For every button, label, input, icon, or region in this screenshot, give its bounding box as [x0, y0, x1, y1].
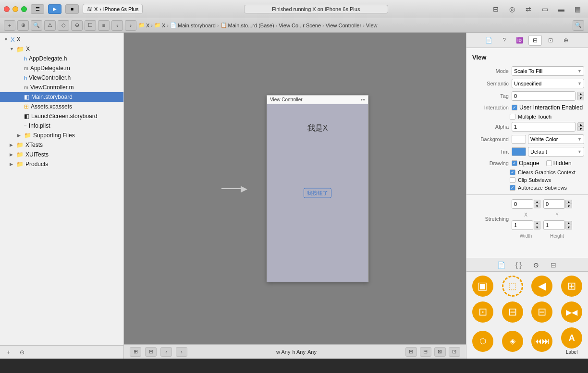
sidebar-item-launchscreen[interactable]: ◧ LaunchScreen.storyboard [0, 111, 123, 121]
clears-graphics-checkbox[interactable]: ✓ [510, 169, 515, 175]
mode-select[interactable]: Scale To Fill ▼ [512, 66, 584, 76]
obj-lib-item-collection-vc[interactable]: ⊡ [468, 300, 497, 325]
location-button[interactable]: ◎ [505, 4, 519, 14]
semantic-select[interactable]: Unspecified ▼ [512, 79, 584, 88]
add-button[interactable]: ⊕ [17, 20, 29, 31]
hidden-checkbox[interactable] [546, 160, 552, 166]
canvas-zoom-out-button[interactable]: ⊞ [405, 347, 417, 357]
user-interaction-checkbox[interactable]: ✓ [512, 105, 517, 110]
canvas-layout-button[interactable]: ⊟ [145, 347, 157, 357]
tint-select[interactable]: Default ▼ [528, 147, 584, 156]
stop-button[interactable]: ■ [65, 4, 79, 14]
opaque-checkbox[interactable]: ✓ [512, 160, 517, 166]
tab-identity[interactable]: 🆔 [513, 35, 527, 46]
vc-content[interactable]: 我是X 我按钮了 [267, 104, 368, 282]
canvas-fit-button[interactable]: ⊠ [434, 347, 446, 357]
canvas-back-button[interactable]: ‹ [160, 347, 172, 357]
layout-2-button[interactable]: ▬ [554, 4, 568, 14]
tag-increment[interactable]: ▲ [577, 92, 584, 96]
sidebar-item-appdelegate-h[interactable]: h AppDelegate.h [0, 54, 123, 63]
obj-lib-tab-object[interactable]: ⊙ [530, 260, 542, 270]
obj-lib-item-nav-controller[interactable]: ◀ [528, 274, 557, 299]
stretch-x-stepper[interactable]: ▲ ▼ [534, 200, 540, 208]
obj-lib-tab-code[interactable]: { } [513, 260, 525, 270]
run-button[interactable]: ▶ [48, 4, 61, 14]
vc-button[interactable]: 我按钮了 [304, 188, 331, 198]
search-button[interactable]: 🔍 [31, 20, 42, 31]
obj-lib-item-split-vc[interactable]: ⊟ [528, 300, 557, 325]
obj-lib-item-table-vc[interactable]: ⊞ [557, 274, 586, 299]
close-button[interactable] [4, 6, 10, 12]
obj-lib-item-tabbar-vc[interactable]: ⊟ [498, 300, 527, 325]
stretch-x-field[interactable]: 0 [512, 199, 533, 209]
stretch-y-field[interactable]: 0 [543, 199, 565, 209]
breadcrumb-item[interactable]: 📁 X [154, 22, 165, 28]
background-swatch[interactable] [512, 135, 526, 144]
tab-quick-help[interactable]: ? [498, 35, 511, 46]
autoresize-subviews-checkbox[interactable]: ✓ [510, 185, 515, 191]
alpha-increment[interactable]: ▲ [577, 122, 584, 127]
tab-file[interactable]: 📄 [482, 35, 496, 46]
tree-toggle[interactable]: ▶ [17, 133, 22, 138]
obj-lib-tab-media[interactable]: ⊟ [548, 260, 559, 270]
breadcrumb-item[interactable]: 📄 Main.storyboard [170, 22, 216, 28]
forward-button[interactable]: › [125, 20, 136, 31]
test-button[interactable]: ◇ [58, 20, 69, 31]
breadcrumb-item[interactable]: View [366, 23, 378, 28]
tint-swatch[interactable] [512, 147, 526, 156]
obj-lib-item-media-player[interactable]: ▶◀ [557, 300, 586, 325]
new-file-button[interactable]: + [4, 20, 15, 31]
sidebar-item-assets[interactable]: ⊞ Assets.xcassets [0, 102, 123, 111]
alpha-field[interactable]: 1 [512, 122, 576, 132]
breadcrumb-item[interactable]: View Co...r Scene [279, 23, 321, 28]
sidebar-item-main-storyboard[interactable]: ◧ Main.storyboard [0, 92, 123, 102]
obj-lib-item-label[interactable]: A Label [557, 325, 586, 357]
obj-lib-tab-file[interactable]: 📄 [496, 260, 507, 270]
breakpoints-button[interactable]: ⊟ [489, 4, 502, 14]
canvas-forward-button[interactable]: › [176, 347, 187, 357]
obj-lib-item-storyboard-ref[interactable]: ⬚ [498, 274, 527, 299]
inspector-toggle[interactable]: 🔍 [573, 20, 584, 31]
sidebar-item-x-folder[interactable]: ▼ 📁 X [0, 44, 123, 54]
layout-1-button[interactable]: ▭ [538, 4, 551, 14]
tag-decrement[interactable]: ▼ [577, 96, 584, 100]
diff-button[interactable]: ⊖ [71, 20, 83, 31]
multiple-touch-checkbox[interactable] [510, 114, 515, 120]
sidebar-item-viewcontroller-m[interactable]: m ViewController.m [0, 83, 123, 92]
scheme-selector[interactable]: ≋ X › iPhone 6s Plus [83, 4, 143, 14]
stretch-w-field[interactable]: 1 [512, 220, 533, 230]
stretch-h-stepper[interactable]: ▲ ▼ [565, 221, 572, 229]
sidebar-item-root[interactable]: ▼ X X [0, 35, 123, 44]
tab-attributes[interactable]: ⊟ [528, 35, 542, 46]
clip-subviews-checkbox[interactable] [510, 177, 515, 183]
obj-lib-item-page-controller[interactable]: ◈ [498, 325, 527, 357]
sidebar-item-products[interactable]: ▶ 📁 Products [0, 159, 123, 169]
alpha-stepper[interactable]: ▲ ▼ [577, 122, 584, 131]
canvas-grid-button[interactable]: ⊞ [130, 347, 141, 357]
sidebar-item-supporting-files[interactable]: ▶ 📁 Supporting Files [0, 131, 123, 140]
tag-stepper[interactable]: ▲ ▼ [577, 92, 584, 100]
tab-connections[interactable]: ⊕ [559, 35, 573, 46]
stretch-h-field[interactable]: 1 [543, 220, 565, 230]
minimize-button[interactable] [12, 6, 18, 12]
issue-button[interactable]: ⚠ [44, 20, 56, 31]
tree-toggle[interactable]: ▶ [10, 162, 14, 167]
layout-3-button[interactable]: ▤ [571, 4, 584, 14]
sidebar-toggle-button[interactable]: ☰ [31, 4, 44, 14]
obj-lib-item-glkit[interactable]: ⬡ [468, 325, 497, 357]
breadcrumb-item[interactable]: 📁 X [138, 22, 149, 28]
tree-toggle[interactable]: ▼ [4, 37, 9, 42]
tab-size[interactable]: ⊡ [544, 35, 557, 46]
tree-toggle[interactable]: ▶ [10, 152, 14, 157]
sidebar-item-viewcontroller-h[interactable]: h ViewController.h [0, 73, 123, 83]
tree-toggle[interactable]: ▼ [10, 47, 14, 51]
obj-lib-item-view-controller[interactable]: ▣ [468, 274, 497, 299]
canvas-zoom-button[interactable]: ⊡ [449, 347, 460, 357]
breadcrumb-item[interactable]: View Controller [326, 23, 361, 28]
stretch-w-stepper[interactable]: ▲ ▼ [534, 221, 540, 229]
bookmark-button[interactable]: ☐ [85, 20, 96, 31]
add-file-button[interactable]: + [4, 348, 13, 357]
tree-toggle[interactable]: ▶ [10, 143, 14, 147]
back-forward-button[interactable]: ⇄ [522, 4, 535, 14]
alpha-decrement[interactable]: ▼ [577, 127, 584, 131]
